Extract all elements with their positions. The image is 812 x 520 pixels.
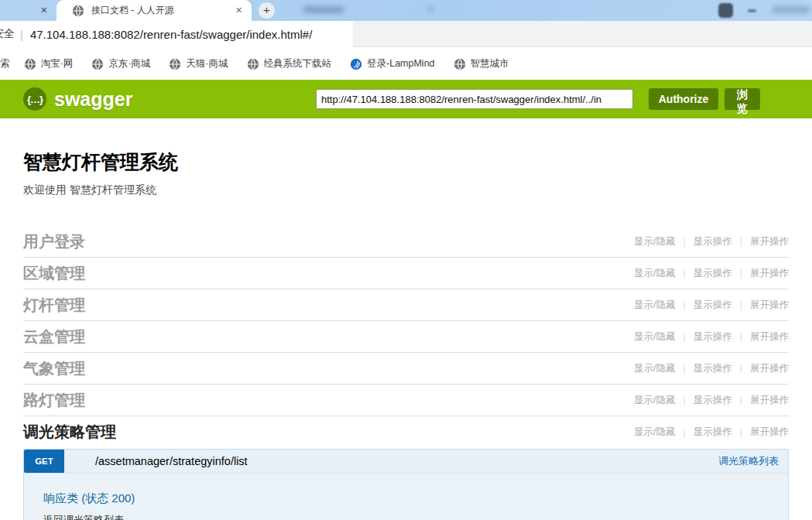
explore-button[interactable]: 浏览 xyxy=(725,88,760,110)
swagger-logo-text: swagger xyxy=(54,88,132,111)
link-separator: | xyxy=(684,299,686,310)
link-separator: | xyxy=(740,268,742,279)
minimize-icon[interactable] xyxy=(748,9,756,12)
swagger-url-input[interactable] xyxy=(316,89,633,109)
bookmark-lampmind[interactable]: 登录-LampMind xyxy=(350,57,435,70)
resource-row-region: 区域管理 显示/隐藏|显示操作|展开操作 xyxy=(23,258,789,289)
address-url[interactable]: 47.104.188.188:8082/renren-fast/swagger/… xyxy=(30,28,312,41)
link-separator: | xyxy=(740,236,742,247)
resource-title[interactable]: 调光策略管理 xyxy=(23,422,116,443)
link-separator: | xyxy=(740,331,742,342)
tab-api-doc[interactable]: 接口文档 - 人人开源 × xyxy=(57,0,252,21)
address-bar[interactable]: 安全 | 47.104.188.188:8082/renren-fast/swa… xyxy=(0,21,353,47)
link-separator: | xyxy=(684,268,686,279)
show-hide-link[interactable]: 显示/隐藏 xyxy=(634,235,675,248)
resource-links: 显示/隐藏|显示操作|展开操作 xyxy=(634,426,789,439)
bookmark-label: 京东·商城 xyxy=(108,57,150,70)
link-separator: | xyxy=(684,331,686,342)
close-icon[interactable]: × xyxy=(37,3,51,17)
operation-get-strategyinfo-list: GET /assetmanager/strategyinfo/list 调光策略… xyxy=(23,449,789,520)
globe-favicon-icon xyxy=(72,5,84,17)
link-separator: | xyxy=(684,363,686,374)
resource-title[interactable]: 云盒管理 xyxy=(23,327,85,347)
bookmark-taobao[interactable]: 淘宝·网 xyxy=(24,57,74,70)
bookmark-smart-city[interactable]: 智慧城市 xyxy=(454,57,509,70)
bookmark-tmall[interactable]: 天猫·商城 xyxy=(169,57,228,70)
bookmark-globe-icon xyxy=(91,58,104,70)
bookmark-classic-download[interactable]: 经典系统下载站 xyxy=(247,57,332,70)
expand-operations-link[interactable]: 展开操作 xyxy=(750,362,789,375)
response-class-heading[interactable]: 响应类 (状态 200) xyxy=(43,491,788,506)
operation-heading[interactable]: GET /assetmanager/strategyinfo/list 调光策略… xyxy=(24,450,788,473)
extension-icon[interactable] xyxy=(718,3,733,18)
expand-operations-link[interactable]: 展开操作 xyxy=(750,394,789,407)
resource-title[interactable]: 区域管理 xyxy=(23,263,85,284)
expand-operations-link[interactable]: 展开操作 xyxy=(750,235,789,248)
bookmark-globe-icon xyxy=(24,58,36,70)
resource-row-weather: 气象管理 显示/隐藏|显示操作|展开操作 xyxy=(23,353,789,385)
link-separator: | xyxy=(684,236,686,247)
bookmark-globe-icon xyxy=(247,58,259,70)
bookmark-label: 登录-LampMind xyxy=(367,57,435,70)
show-hide-link[interactable]: 显示/隐藏 xyxy=(634,330,675,344)
show-hide-link[interactable]: 显示/隐藏 xyxy=(634,394,675,407)
operation-content: 响应类 (状态 200) 返回调光策略列表 xyxy=(24,473,788,520)
list-operations-link[interactable]: 显示操作 xyxy=(694,267,732,280)
link-separator: | xyxy=(740,299,742,310)
address-separator: | xyxy=(20,28,23,41)
expand-operations-link[interactable]: 展开操作 xyxy=(750,267,789,280)
list-operations-link[interactable]: 显示操作 xyxy=(694,394,732,407)
page-subtitle: 欢迎使用 智慧灯杆管理系统 xyxy=(23,183,789,197)
resource-links: 显示/隐藏|显示操作|展开操作 xyxy=(634,299,789,312)
operation-path[interactable]: /assetmanager/strategyinfo/list xyxy=(95,455,718,467)
resource-title[interactable]: 用户登录 xyxy=(23,231,85,252)
resource-links: 显示/隐藏|显示操作|展开操作 xyxy=(634,267,789,280)
tab-title: 接口文档 - 人人开源 xyxy=(91,4,232,17)
response-description: 返回调光策略列表 xyxy=(43,513,788,520)
list-operations-link[interactable]: 显示操作 xyxy=(694,426,732,439)
bookmark-partial[interactable]: 索 xyxy=(0,57,10,70)
bookmark-label: 天猫·商城 xyxy=(186,57,228,70)
show-hide-link[interactable]: 显示/隐藏 xyxy=(634,299,675,312)
expand-operations-link[interactable]: 展开操作 xyxy=(750,299,789,312)
list-operations-link[interactable]: 显示操作 xyxy=(694,235,732,248)
bookmark-label: 经典系统下载站 xyxy=(264,57,332,70)
tab-bar: × 接口文档 - 人人开源 × + xyxy=(0,0,812,21)
operation-summary-link[interactable]: 调光策略列表 xyxy=(718,454,779,468)
show-hide-link[interactable]: 显示/隐藏 xyxy=(634,362,675,375)
close-icon[interactable]: × xyxy=(232,4,245,17)
resource-links: 显示/隐藏|显示操作|展开操作 xyxy=(634,362,789,375)
resource-title[interactable]: 气象管理 xyxy=(23,358,85,379)
resource-title[interactable]: 灯杆管理 xyxy=(23,295,85,316)
resource-row-lamppole: 灯杆管理 显示/隐藏|显示操作|展开操作 xyxy=(23,289,789,321)
show-hide-link[interactable]: 显示/隐藏 xyxy=(634,267,675,280)
resource-row-streetlight: 路灯管理 显示/隐藏|显示操作|展开操作 xyxy=(23,385,789,416)
show-hide-link[interactable]: 显示/隐藏 xyxy=(634,426,675,439)
swagger-header: {…} swagger Authorize 浏览 xyxy=(0,80,812,118)
authorize-button[interactable]: Authorize xyxy=(649,88,718,110)
swagger-content: 智慧灯杆管理系统 欢迎使用 智慧灯杆管理系统 用户登录 显示/隐藏|显示操作|展… xyxy=(0,118,812,520)
resource-row-cloudbox: 云盒管理 显示/隐藏|显示操作|展开操作 xyxy=(23,321,789,353)
window-controls-blur xyxy=(773,6,810,13)
bookmark-label: 智慧城市 xyxy=(471,57,509,70)
list-operations-link[interactable]: 显示操作 xyxy=(694,299,732,312)
blurred-window-text xyxy=(303,6,344,13)
resource-links: 显示/隐藏|显示操作|展开操作 xyxy=(634,330,789,344)
resource-list: 用户登录 显示/隐藏|显示操作|展开操作 区域管理 显示/隐藏|显示操作|展开操… xyxy=(23,226,789,520)
list-operations-link[interactable]: 显示操作 xyxy=(694,362,732,375)
swagger-logo[interactable]: {…} swagger xyxy=(23,87,132,111)
bookmark-label: 淘宝·网 xyxy=(41,57,74,70)
bookmark-jd[interactable]: 京东·商城 xyxy=(91,57,150,70)
link-separator: | xyxy=(740,395,742,405)
browser-window: × 接口文档 - 人人开源 × + 安全 | 47.104.188.188:80… xyxy=(0,0,812,520)
resource-title[interactable]: 路灯管理 xyxy=(23,390,85,411)
resource-links: 显示/隐藏|显示操作|展开操作 xyxy=(634,394,789,407)
new-tab-icon[interactable]: + xyxy=(259,2,275,19)
expand-operations-link[interactable]: 展开操作 xyxy=(750,330,789,344)
list-operations-link[interactable]: 显示操作 xyxy=(694,330,732,344)
link-separator: | xyxy=(740,427,742,438)
security-label: 安全 xyxy=(0,27,15,41)
expand-operations-link[interactable]: 展开操作 xyxy=(750,426,789,439)
address-toolbar: 安全 | 47.104.188.188:8082/renren-fast/swa… xyxy=(0,21,812,47)
blurred-dot xyxy=(428,8,433,12)
